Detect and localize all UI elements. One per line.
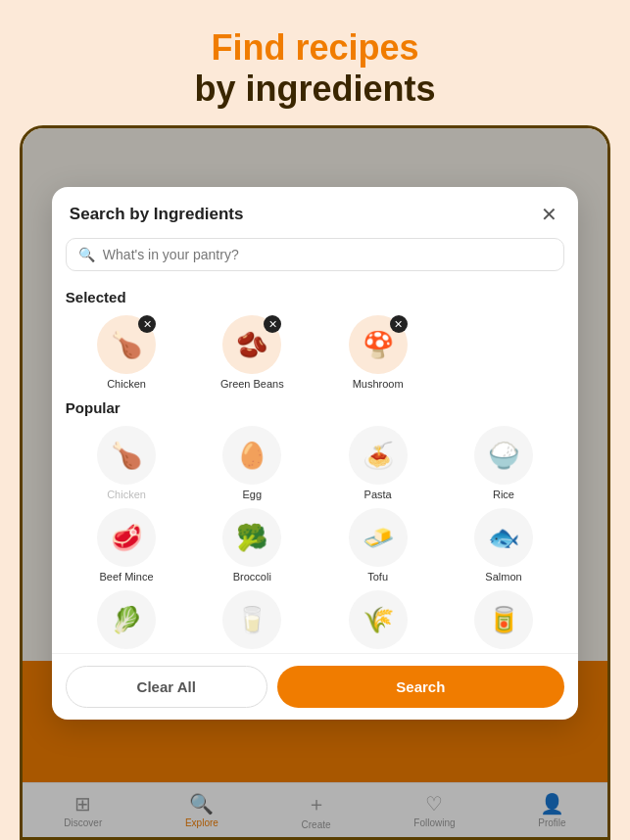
popular-ingredient[interactable]: 🍚 Rice bbox=[443, 426, 564, 500]
popular-ingredient[interactable]: 🥦 Broccoli bbox=[191, 508, 313, 583]
popular-grid: 🍗 Chicken 🥚 Egg 🍝 Pasta 🍚 Rice 🥩 Beef Mi… bbox=[66, 426, 564, 653]
hero-line2: by ingredients bbox=[0, 69, 630, 110]
selected-grid: 🍗 ✕ Chicken 🫘 ✕ Green Beans 🍄 ✕ Mushroom bbox=[66, 315, 564, 390]
search-modal: Search by Ingredients ✕ 🔍 Selected 🍗 ✕ C… bbox=[52, 187, 578, 720]
selected-ingredient[interactable]: 🍗 ✕ Chicken bbox=[66, 315, 187, 390]
ingredient-name: Pasta bbox=[364, 489, 392, 500]
device-frame: ⊞ Discover 🔍 Explore ＋ Create ♡ Followin… bbox=[20, 125, 610, 840]
popular-ingredient[interactable]: 🍗 Chicken bbox=[66, 426, 187, 500]
modal-overlay: Search by Ingredients ✕ 🔍 Selected 🍗 ✕ C… bbox=[23, 128, 607, 837]
ingredient-name: Broccoli bbox=[233, 571, 271, 583]
modal-header: Search by Ingredients ✕ bbox=[52, 187, 578, 238]
remove-badge[interactable]: ✕ bbox=[264, 315, 281, 333]
ingredient-name: Egg bbox=[243, 489, 263, 500]
ingredient-name: Chicken bbox=[107, 378, 146, 390]
close-button[interactable]: ✕ bbox=[537, 203, 560, 226]
selected-ingredient[interactable]: 🫘 ✕ Green Beans bbox=[191, 315, 313, 390]
selected-ingredient[interactable]: 🍄 ✕ Mushroom bbox=[316, 315, 438, 390]
hero-line1: Find recipes bbox=[0, 27, 630, 69]
search-button[interactable]: Search bbox=[277, 666, 565, 708]
ingredient-name: Mushroom bbox=[353, 378, 404, 390]
popular-ingredient[interactable]: 🌾 Quinoa bbox=[316, 590, 438, 653]
modal-title: Search by Ingredients bbox=[70, 205, 244, 224]
ingredient-name: Beef Mince bbox=[99, 571, 153, 583]
modal-body: Selected 🍗 ✕ Chicken 🫘 ✕ Green Beans 🍄 ✕… bbox=[52, 281, 578, 653]
ingredient-name: Chicken bbox=[107, 489, 146, 500]
ingredient-name: Salmon bbox=[485, 571, 521, 583]
popular-label: Popular bbox=[66, 399, 564, 416]
remove-badge[interactable]: ✕ bbox=[390, 315, 408, 333]
popular-ingredient[interactable]: 🍝 Pasta bbox=[316, 426, 438, 500]
clear-all-button[interactable]: Clear All bbox=[66, 666, 267, 708]
search-bar[interactable]: 🔍 bbox=[66, 238, 564, 271]
modal-footer: Clear All Search bbox=[52, 653, 578, 720]
ingredient-name: Green Beans bbox=[220, 378, 284, 390]
search-input[interactable] bbox=[103, 247, 552, 262]
popular-ingredient[interactable]: 🥚 Egg bbox=[191, 426, 313, 500]
hero-section: Find recipes by ingredients bbox=[0, 0, 630, 127]
popular-ingredient[interactable]: 🐟 Salmon bbox=[443, 508, 564, 583]
ingredient-name: Rice bbox=[493, 489, 514, 500]
search-icon: 🔍 bbox=[78, 247, 95, 262]
ingredient-name: Tofu bbox=[367, 571, 388, 583]
popular-ingredient[interactable]: 🥛 Milk bbox=[191, 590, 313, 653]
selected-label: Selected bbox=[66, 289, 564, 305]
popular-ingredient[interactable]: 🥫 Canned Tomato bbox=[443, 590, 564, 653]
popular-ingredient[interactable]: 🥩 Beef Mince bbox=[66, 508, 187, 583]
popular-ingredient[interactable]: 🥬 Spinach bbox=[66, 590, 187, 653]
popular-ingredient[interactable]: 🧈 Tofu bbox=[316, 508, 438, 583]
remove-badge[interactable]: ✕ bbox=[138, 315, 156, 333]
